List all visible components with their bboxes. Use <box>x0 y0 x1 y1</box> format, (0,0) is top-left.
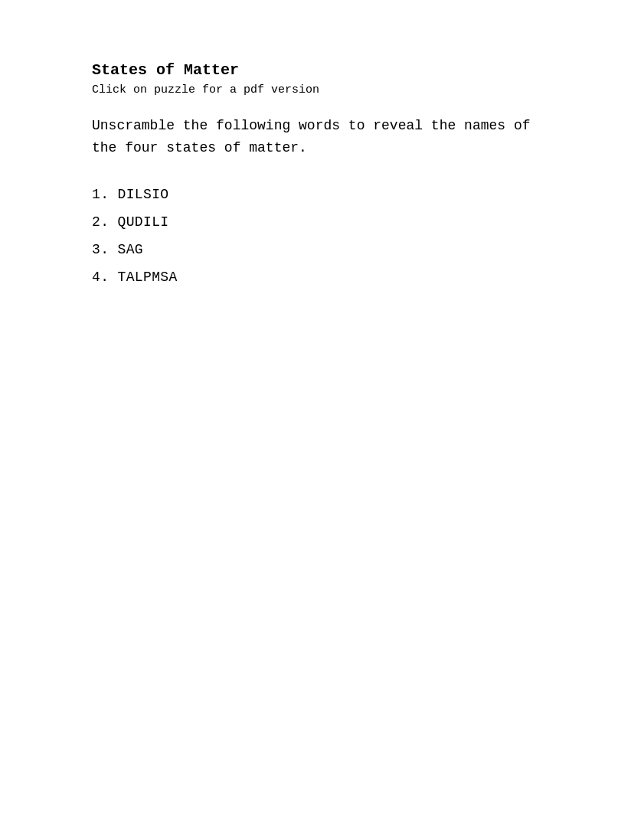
description-text: Unscramble the following words to reveal… <box>92 115 552 159</box>
word-list: 1. DILSIO2. QUDILI3. SAG4. TALPMSA <box>92 181 552 291</box>
list-item: 4. TALPMSA <box>92 263 552 291</box>
page-title: States of Matter <box>92 61 552 79</box>
list-item: 3. SAG <box>92 236 552 263</box>
list-item: 2. QUDILI <box>92 208 552 236</box>
subtitle-text[interactable]: Click on puzzle for a pdf version <box>92 83 552 96</box>
list-item: 1. DILSIO <box>92 181 552 208</box>
